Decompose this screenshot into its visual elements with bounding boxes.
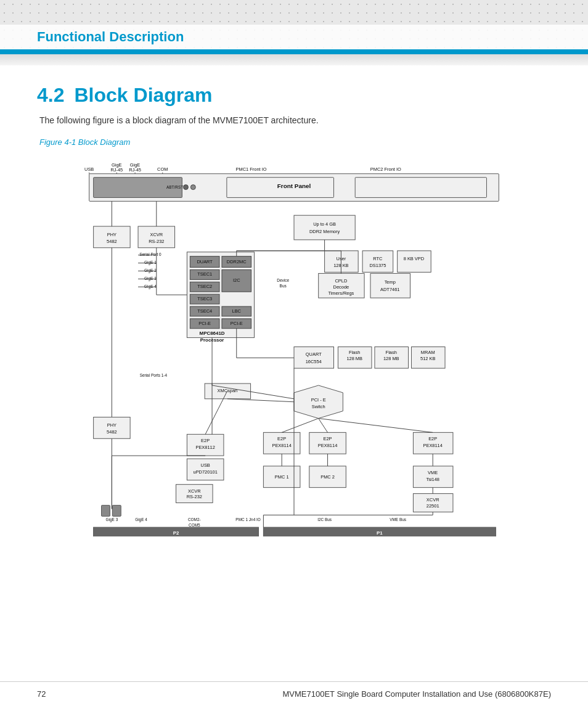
svg-text:8 KB VPD: 8 KB VPD — [404, 256, 425, 261]
svg-text:PEX8114: PEX8114 — [272, 443, 291, 448]
svg-line-168 — [227, 399, 294, 402]
svg-text:XCVR: XCVR — [188, 488, 201, 494]
svg-text:TSEC3: TSEC3 — [197, 296, 212, 302]
blue-accent-bar — [0, 49, 588, 54]
svg-text:Serial Ports 1-4: Serial Ports 1-4 — [140, 373, 168, 377]
svg-text:16C554: 16C554 — [306, 359, 322, 364]
svg-text:MPC8641D: MPC8641D — [200, 330, 225, 336]
svg-text:uPD720101: uPD720101 — [194, 469, 218, 475]
svg-text:I2C: I2C — [233, 277, 240, 283]
svg-text:VME: VME — [428, 470, 438, 475]
svg-rect-45 — [362, 251, 393, 273]
section-title: Block Diagram — [74, 84, 212, 107]
svg-text:XCVR: XCVR — [150, 232, 163, 237]
svg-text:PCI-E: PCI-E — [198, 321, 211, 326]
svg-text:USB: USB — [84, 166, 94, 172]
svg-text:5482: 5482 — [107, 239, 117, 244]
svg-text:Device: Device — [277, 278, 289, 282]
svg-text:PMC 1 Jn4 IO: PMC 1 Jn4 IO — [235, 517, 260, 522]
svg-text:Front Panel: Front Panel — [277, 183, 311, 189]
svg-text:USB: USB — [201, 462, 210, 468]
svg-text:COM: COM — [157, 166, 168, 172]
svg-text:PMC 2: PMC 2 — [321, 474, 335, 480]
svg-text:CPLD: CPLD — [335, 278, 347, 284]
svg-text:TSEC4: TSEC4 — [197, 308, 212, 314]
svg-rect-14 — [355, 178, 486, 198]
section-number: 4.2 — [37, 84, 64, 107]
document-title: MVME7100ET Single Board Computer Install… — [282, 689, 551, 699]
svg-text:Temp: Temp — [385, 279, 396, 285]
block-diagram: .box { fill: #f0f0f0; stroke: #555; stro… — [54, 154, 534, 536]
svg-text:ABT/RST: ABT/RST — [166, 185, 183, 189]
svg-text:ADT7461: ADT7461 — [380, 287, 399, 292]
svg-rect-87 — [294, 347, 333, 368]
figure-caption: Figure 4-1 Block Diagram — [39, 138, 551, 147]
svg-text:128 MB: 128 MB — [346, 356, 362, 361]
svg-text:PEX8114: PEX8114 — [423, 443, 442, 448]
svg-rect-159 — [112, 505, 121, 516]
svg-rect-79 — [370, 273, 410, 298]
svg-text:RS-232: RS-232 — [149, 239, 164, 244]
svg-text:VME Bus: VME Bus — [390, 517, 406, 522]
svg-text:MRAM: MRAM — [421, 350, 435, 355]
svg-text:512 KB: 512 KB — [420, 356, 435, 361]
svg-text:COM2-: COM2- — [188, 517, 201, 522]
svg-text:RJ-45: RJ-45 — [129, 167, 141, 173]
svg-point-11 — [183, 185, 188, 190]
svg-text:E2P: E2P — [324, 436, 332, 441]
svg-text:RS-232: RS-232 — [187, 494, 202, 499]
gray-strip — [0, 54, 588, 65]
svg-text:PEX8114: PEX8114 — [318, 443, 337, 448]
svg-text:RJ-45: RJ-45 — [110, 167, 123, 173]
svg-line-136 — [319, 419, 328, 433]
svg-line-135 — [282, 419, 319, 433]
svg-text:E2P: E2P — [428, 436, 437, 441]
svg-line-137 — [319, 419, 433, 433]
svg-text:128 MB: 128 MB — [383, 356, 399, 361]
svg-text:Flash: Flash — [386, 350, 397, 355]
svg-text:LBC: LBC — [232, 308, 242, 314]
svg-text:COM5: COM5 — [189, 523, 200, 527]
intro-text: The following figure is a block diagram … — [39, 115, 551, 125]
header-top: Functional Description — [0, 0, 588, 49]
svg-rect-48 — [398, 251, 431, 273]
svg-text:Timers/Regs: Timers/Regs — [328, 290, 354, 296]
footer: 72 MVME7100ET Single Board Computer Inst… — [0, 681, 588, 706]
main-content: 4.2 Block Diagram The following figure i… — [0, 65, 588, 561]
svg-text:RTC: RTC — [373, 256, 383, 261]
svg-text:XCVR: XCVR — [427, 497, 439, 503]
svg-text:TSEC1: TSEC1 — [197, 271, 212, 277]
svg-text:22501: 22501 — [427, 503, 439, 509]
svg-text:P1: P1 — [377, 530, 383, 536]
svg-text:QUART: QUART — [306, 351, 322, 357]
svg-text:GigE 4: GigE 4 — [135, 517, 147, 522]
svg-text:PCI - E: PCI - E — [311, 397, 326, 403]
svg-rect-39 — [294, 215, 355, 240]
svg-text:GigE 3: GigE 3 — [106, 517, 118, 522]
svg-text:DDR2 Memory: DDR2 Memory — [309, 229, 340, 234]
page-number: 72 — [37, 689, 46, 699]
svg-text:DUART: DUART — [197, 259, 213, 265]
svg-text:Serial Port 0: Serial Port 0 — [139, 252, 161, 257]
svg-text:PHY: PHY — [107, 422, 116, 428]
svg-text:DDR2MC: DDR2MC — [227, 259, 247, 265]
header-title-bar: Functional Description — [0, 25, 588, 49]
svg-text:PHY: PHY — [107, 232, 116, 237]
svg-text:Tsi148: Tsi148 — [426, 477, 439, 482]
svg-text:PMC2 Front IO: PMC2 Front IO — [370, 166, 401, 172]
header-title: Functional Description — [37, 29, 184, 45]
svg-text:Decode: Decode — [333, 284, 349, 290]
svg-text:E2P: E2P — [277, 436, 286, 441]
svg-text:Bus: Bus — [280, 284, 287, 288]
svg-text:PCI-E: PCI-E — [231, 321, 243, 326]
section-heading: 4.2 Block Diagram — [37, 84, 551, 107]
svg-text:Up to 4 GB: Up to 4 GB — [313, 221, 336, 227]
svg-text:Flash: Flash — [349, 350, 360, 355]
svg-text:DS1375: DS1375 — [369, 263, 386, 268]
diagram-wrapper: .box { fill: #f0f0f0; stroke: #555; stro… — [37, 154, 551, 536]
svg-point-12 — [190, 185, 195, 190]
svg-text:E2P: E2P — [201, 438, 210, 443]
svg-text:Switch: Switch — [312, 404, 325, 409]
svg-text:I2C Bus: I2C Bus — [317, 517, 332, 522]
svg-text:PMC 1: PMC 1 — [275, 474, 289, 480]
